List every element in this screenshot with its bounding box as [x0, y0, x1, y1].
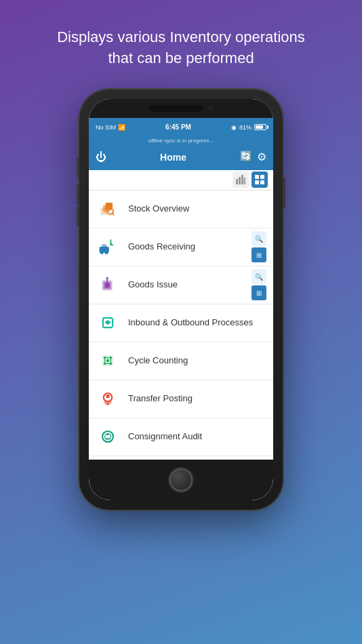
header-line2: that can be performed	[108, 49, 254, 66]
header-line1: Displays various Inventory operations	[57, 28, 305, 45]
svg-rect-16	[102, 245, 106, 248]
grid-icon	[255, 175, 264, 184]
battery-label: 81%	[239, 124, 252, 131]
phone-notch	[89, 99, 273, 118]
nav-right-icons: 🔄 ⚙	[240, 150, 266, 163]
consignment-audit-icon	[97, 426, 119, 447]
menu-item-stock-overview[interactable]: Stock Overview	[89, 190, 273, 228]
svg-rect-21	[105, 283, 110, 287]
goods-receiving-label: Goods Receiving	[128, 241, 252, 253]
phone-screen: No SIM 📶 6:45 PM ◉ 81% offline sync is i…	[89, 99, 273, 500]
svg-rect-1	[239, 177, 241, 184]
grid-view-button[interactable]	[252, 172, 268, 188]
svg-rect-6	[255, 180, 259, 184]
cycle-counting-icon-wrap	[96, 348, 120, 373]
goods-issue-label: Goods Issue	[128, 279, 252, 291]
svg-marker-23	[105, 277, 108, 279]
svg-rect-3	[244, 178, 245, 184]
goods-issue-icon-wrap	[96, 273, 120, 297]
transfer-posting-icon	[97, 388, 119, 409]
svg-point-27	[104, 357, 106, 359]
goods-issue-actions: 🔍 ⊞	[252, 269, 266, 300]
svg-point-33	[106, 395, 109, 398]
offline-bar: offline sync is in progress...	[89, 137, 273, 144]
svg-point-34	[106, 403, 109, 405]
svg-rect-5	[260, 175, 264, 179]
svg-rect-4	[255, 175, 259, 179]
app-nav-bar: ⏻ Home 🔄 ⚙	[89, 144, 273, 170]
inbound-outbound-label: Inbound & Outbound Processes	[128, 317, 266, 329]
location-icon: ◉	[231, 124, 237, 131]
chart-icon	[236, 175, 245, 184]
svg-point-15	[105, 251, 108, 254]
svg-point-14	[100, 251, 103, 254]
svg-rect-0	[236, 179, 238, 184]
stock-overview-label: Stock Overview	[128, 203, 266, 215]
goods-receiving-icon-wrap	[96, 235, 120, 259]
svg-point-28	[110, 357, 113, 359]
goods-receiving-actions: 🔍 ⊞	[252, 231, 266, 262]
wifi-icon: 📶	[118, 124, 125, 131]
goods-issue-search[interactable]: 🔍	[252, 269, 266, 284]
svg-rect-18	[110, 239, 112, 244]
home-button-area	[89, 460, 273, 500]
menu-item-consignment-audit[interactable]: Consignment Audit	[89, 418, 273, 456]
notch-bar	[148, 105, 203, 112]
power-button[interactable]: ⏻	[96, 151, 106, 163]
svg-point-29	[104, 363, 106, 365]
status-right: ◉ 81%	[231, 124, 266, 131]
consignment-audit-icon-wrap	[96, 424, 120, 449]
goods-receiving-grid[interactable]: ⊞	[252, 247, 266, 262]
transfer-posting-icon-wrap	[96, 386, 120, 411]
menu-item-transfer-posting[interactable]: Transfer Posting	[89, 380, 273, 418]
inbound-outbound-icon	[97, 312, 119, 334]
inbound-outbound-icon-wrap	[96, 310, 120, 335]
battery-fill	[256, 125, 263, 129]
header-text: Displays various Inventory operations th…	[30, 0, 332, 83]
goods-receiving-search[interactable]: 🔍	[252, 231, 266, 246]
settings-icon[interactable]: ⚙	[257, 150, 266, 163]
home-button[interactable]	[168, 467, 194, 493]
transfer-posting-label: Transfer Posting	[128, 393, 266, 405]
status-bar: No SIM 📶 6:45 PM ◉ 81%	[89, 118, 273, 137]
stock-overview-icon	[97, 198, 119, 220]
status-time: 6:45 PM	[165, 123, 191, 131]
nav-title: Home	[160, 152, 186, 163]
svg-point-25	[106, 321, 109, 324]
menu-list: Stock Overview Goods Receiving 🔍	[89, 190, 273, 460]
carrier-label: No SIM	[96, 124, 116, 131]
battery-icon	[254, 124, 266, 130]
menu-item-inbound-outbound[interactable]: Inbound & Outbound Processes	[89, 304, 273, 342]
status-left: No SIM 📶	[96, 124, 125, 131]
svg-point-30	[110, 363, 113, 365]
svg-point-31	[106, 359, 109, 362]
menu-item-goods-issue[interactable]: Goods Issue 🔍 ⊞	[89, 266, 273, 304]
svg-rect-7	[260, 180, 264, 184]
svg-rect-2	[241, 175, 243, 184]
goods-issue-icon	[97, 274, 119, 296]
menu-item-goods-receiving[interactable]: Goods Receiving 🔍 ⊞	[89, 228, 273, 266]
stock-overview-icon-wrap	[96, 197, 120, 221]
cycle-counting-label: Cycle Counting	[128, 355, 266, 367]
sync-icon[interactable]: 🔄	[240, 150, 252, 163]
menu-item-cycle-counting[interactable]: Cycle Counting	[89, 342, 273, 380]
phone-device: No SIM 📶 6:45 PM ◉ 81% offline sync is i…	[79, 89, 283, 510]
notch-camera	[208, 106, 214, 111]
goods-receiving-icon	[97, 236, 119, 258]
svg-point-37	[106, 433, 109, 436]
offline-text: offline sync is in progress...	[148, 138, 214, 144]
consignment-audit-label: Consignment Audit	[128, 431, 266, 443]
svg-point-35	[102, 431, 113, 442]
cycle-counting-icon	[97, 350, 119, 371]
view-toggle-bar	[89, 170, 273, 190]
chart-view-button[interactable]	[233, 172, 249, 188]
menu-item-services-confirmation[interactable]: Services Confirmation	[89, 456, 273, 460]
goods-issue-grid[interactable]: ⊞	[252, 285, 266, 300]
svg-line-12	[112, 213, 114, 215]
